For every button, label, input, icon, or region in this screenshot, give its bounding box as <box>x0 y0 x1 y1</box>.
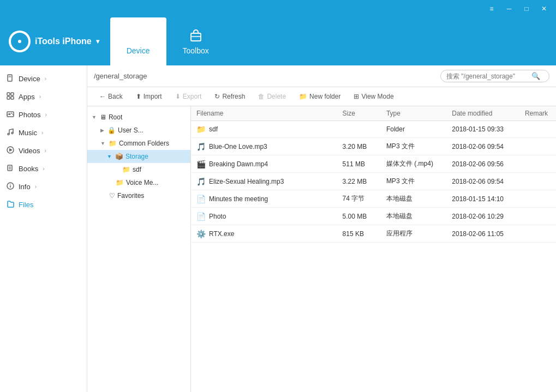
user-folder-icon: 🔒 <box>107 126 116 134</box>
new-folder-label: New folder <box>309 93 340 100</box>
file-type: 应用程序 <box>381 225 446 243</box>
file-browser: ▼ 🖥 Root ▶ 🔒 User S... ▼ 📁 Common Folder… <box>87 106 556 392</box>
music-icon <box>7 128 14 137</box>
tree-item-voice-me[interactable]: 📁 Voice Me... <box>87 176 190 189</box>
nav-tabs: Device Toolbox <box>110 17 225 65</box>
tab-toolbox[interactable]: Toolbox <box>166 17 225 65</box>
tree-item-common-folders[interactable]: ▼ 📁 Common Folders <box>87 137 190 150</box>
tree-item-sdf[interactable]: 📁 sdf <box>87 163 190 176</box>
file-type-icon: 📁 <box>196 125 206 134</box>
tree-item-storage[interactable]: ▼ 📦 Storage <box>87 150 190 163</box>
file-name: Minutes the meeting <box>209 195 268 203</box>
file-name: RTX.exe <box>209 230 234 238</box>
files-icon <box>7 200 14 209</box>
voice-folder-icon: 📁 <box>116 179 124 186</box>
storage-label: Storage <box>125 153 148 160</box>
logo-circle <box>9 31 31 52</box>
minimize-btn[interactable]: ─ <box>501 1 517 16</box>
tab-toolbox-label: Toolbox <box>183 46 209 55</box>
sdf-folder-icon: 📁 <box>122 166 130 173</box>
file-remark <box>519 208 556 225</box>
sidebar-info-label: Info <box>19 183 31 191</box>
toolbar: ← Back ⬆ Import ⬇ Export ↻ Refresh 🗑 Del… <box>87 87 556 106</box>
export-button[interactable]: ⬇ Export <box>170 91 207 102</box>
close-btn[interactable]: ✕ <box>536 1 552 16</box>
file-type-icon: 📄 <box>196 195 206 203</box>
table-row[interactable]: 📄 Photo 5.00 MB 本地磁盘 2018-02-06 10:29 <box>191 208 556 225</box>
info-icon <box>7 182 14 191</box>
logo-area: iTools iPhone ▾ <box>9 31 99 52</box>
back-button[interactable]: ← Back <box>94 91 128 102</box>
file-type-icon: 🎵 <box>196 177 206 186</box>
table-row[interactable]: 🎵 Blue-One Love.mp3 3.20 MB MP3 文件 2018-… <box>191 138 556 155</box>
sidebar: Device › Apps › <box>0 65 87 392</box>
menu-btn[interactable]: ≡ <box>484 1 499 16</box>
search-input[interactable] <box>446 73 528 80</box>
main-layout: Device › Apps › <box>0 65 556 392</box>
common-folders-label: Common Folders <box>119 140 169 147</box>
refresh-label: Refresh <box>222 93 245 100</box>
search-box[interactable]: 🔍 <box>440 70 549 82</box>
table-row[interactable]: ⚙️ RTX.exe 815 KB 应用程序 2018-02-06 11:05 <box>191 225 556 243</box>
file-date: 2018-02-06 11:05 <box>446 225 519 243</box>
device-icon <box>7 74 14 83</box>
file-name-cell: 📄 Photo <box>191 208 337 225</box>
books-arrow: › <box>43 166 44 172</box>
file-list: Filename Size Type Date modified Remark … <box>191 106 556 392</box>
file-type-icon: 🎬 <box>196 160 206 168</box>
tree-item-favorites[interactable]: ♡ Favorites <box>87 189 190 202</box>
refresh-button[interactable]: ↻ Refresh <box>209 91 250 102</box>
col-filename: Filename <box>191 106 337 121</box>
file-remark <box>519 190 556 208</box>
sidebar-item-photos[interactable]: Photos › <box>0 106 87 124</box>
sidebar-item-books[interactable]: Books › <box>0 160 87 178</box>
svg-rect-9 <box>9 76 11 77</box>
file-name: sdf <box>209 125 218 133</box>
table-row[interactable]: 🎬 Breaking Dawn.mp4 511 MB 媒体文件 (.mp4) 2… <box>191 155 556 173</box>
sidebar-item-device[interactable]: Device › <box>0 70 87 88</box>
svg-point-26 <box>10 184 11 185</box>
current-path: /general_storage <box>94 72 147 80</box>
content-area: /general_storage 🔍 ← Back ⬆ Import ⬇ Exp… <box>87 65 556 392</box>
sidebar-item-files[interactable]: Files <box>0 196 87 214</box>
table-row[interactable]: 📁 sdf Folder 2018-01-15 09:33 <box>191 121 556 138</box>
favorites-icon: ♡ <box>109 192 115 200</box>
sidebar-item-info[interactable]: Info › <box>0 178 87 196</box>
file-size <box>337 121 381 138</box>
file-size: 3.20 MB <box>337 138 381 155</box>
file-type: 媒体文件 (.mp4) <box>381 155 446 173</box>
file-name-cell: 📁 sdf <box>191 121 337 138</box>
view-mode-button[interactable]: ⊞ View Mode <box>348 91 399 102</box>
tree-item-user-s[interactable]: ▶ 🔒 User S... <box>87 124 190 137</box>
file-name-cell: 🎵 Blue-One Love.mp3 <box>191 138 337 155</box>
music-arrow: › <box>41 130 43 136</box>
svg-rect-13 <box>11 97 14 99</box>
root-label: Root <box>109 113 122 121</box>
tab-device[interactable]: Device <box>110 17 166 65</box>
sidebar-music-label: Music <box>19 129 37 137</box>
books-icon <box>7 164 14 173</box>
sidebar-item-apps[interactable]: Apps › <box>0 88 87 106</box>
svg-marker-19 <box>9 148 13 152</box>
new-folder-button[interactable]: 📁 New folder <box>294 91 346 102</box>
videos-icon <box>7 146 14 155</box>
delete-button[interactable]: 🗑 Delete <box>253 91 291 102</box>
title-bar: ≡ ─ □ ✕ <box>0 0 556 17</box>
view-mode-label: View Mode <box>361 93 393 100</box>
sidebar-item-music[interactable]: Music › <box>0 124 87 142</box>
file-remark <box>519 155 556 173</box>
tree-item-root[interactable]: ▼ 🖥 Root <box>87 111 190 124</box>
import-button[interactable]: ⬆ Import <box>130 91 168 102</box>
file-remark <box>519 121 556 138</box>
tree-panel: ▼ 🖥 Root ▶ 🔒 User S... ▼ 📁 Common Folder… <box>87 106 191 392</box>
table-row[interactable]: 📄 Minutes the meeting 74 字节 本地磁盘 2018-01… <box>191 190 556 208</box>
table-row[interactable]: 🎵 Elize-Sexual Healing.mp3 3.22 MB MP3 文… <box>191 173 556 190</box>
maximize-btn[interactable]: □ <box>519 1 534 16</box>
storage-arrow: ▼ <box>107 154 112 159</box>
photos-icon <box>7 110 14 119</box>
app-title-arrow[interactable]: ▾ <box>96 38 99 45</box>
sidebar-item-videos[interactable]: Videos › <box>0 142 87 160</box>
file-type: Folder <box>381 121 446 138</box>
svg-rect-10 <box>7 93 10 95</box>
file-name: Blue-One Love.mp3 <box>209 143 267 150</box>
